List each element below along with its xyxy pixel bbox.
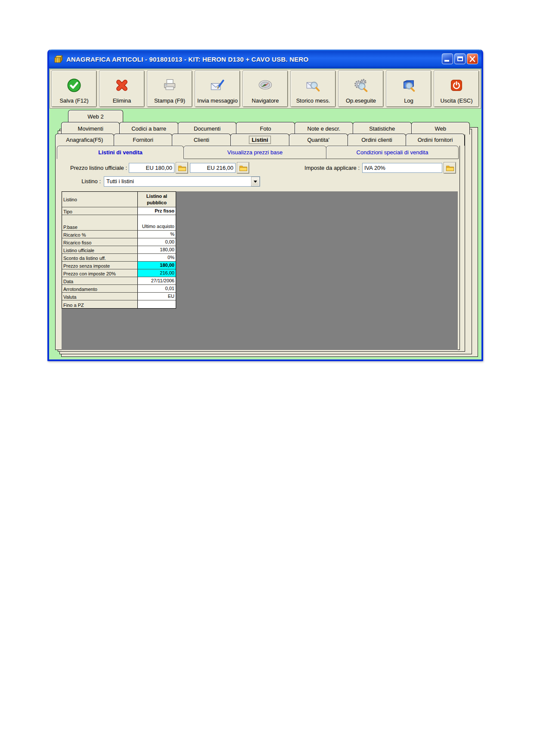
imposte-input[interactable]: IVA 20% [362,163,442,173]
tab-label: Listini [249,136,270,144]
tab-label: Statistiche [369,125,395,132]
tab-label: Quantita' [307,137,329,143]
tab-codici-a-barre[interactable]: Codici a barre [119,122,178,134]
row-value: Prz fisso [138,207,176,215]
table-row[interactable]: Tipo Prz fisso [62,207,176,215]
window-content: Salva (F12) Elimina Invia messaggio Stam… [49,69,481,359]
tab-fornitori[interactable]: Fornitori [114,134,173,146]
tab-quantita[interactable]: Quantita' [289,134,348,146]
tab-movimenti[interactable]: Movimenti [61,122,120,134]
minimize-icon [444,60,449,62]
table-background: Listino Listino al pubblico Tipo Prz fis… [62,191,458,350]
subtab-row: Listini di vendita Visualizza prezzi bas… [57,146,459,159]
table-row-highlighted[interactable]: Prezzo senza imposte 180,00 [62,262,176,269]
subtab-label: Listini di vendita [98,149,143,156]
prezzo-listino-input-1[interactable]: EU 180,00 [129,163,174,173]
table-row[interactable]: Ricarico % % [62,231,176,238]
row-value: 0,00 [138,238,176,246]
tab-web2[interactable]: Web 2 [68,110,123,123]
row-value: 216,00 [138,269,176,277]
tab-label: Foto [260,125,271,132]
tab-web[interactable]: Web [411,122,470,134]
tab-documenti[interactable]: Documenti [178,122,236,134]
subtab-label: Condizioni speciali di vendita [357,149,428,156]
tab-note-e-descr[interactable]: Note e descr. [295,122,353,134]
chevron-down-icon[interactable] [251,177,259,186]
row-label: Valuta [62,293,138,300]
elimina-button[interactable]: Elimina [99,71,144,107]
listino-table: Listino Listino al pubblico Tipo Prz fis… [62,191,176,309]
row-label: Fino a PZ [62,300,138,308]
row-value: 0% [138,254,176,261]
table-row[interactable]: P.base Ultimo acquisto [62,215,176,231]
tab-label: Codici a barre [131,125,166,132]
tab-statistiche[interactable]: Statistiche [353,122,411,134]
log-button[interactable]: Log [386,71,431,107]
tab-label: Ordini clienti [361,137,392,143]
row-value: 180,00 [138,262,176,269]
table-row[interactable]: Fino a PZ [62,300,176,308]
app-window: ANAGRAFICA ARTICOLI - 901801013 - KIT: H… [47,50,483,361]
save-check-icon [66,72,82,98]
tab-foto[interactable]: Foto [236,122,295,134]
listino-combobox[interactable]: Tutti i listini [104,176,260,187]
header-cell: Listino al pubblico [138,192,176,207]
uscita-button[interactable]: Uscita (ESC) [434,71,479,107]
subtab-condizioni-speciali[interactable]: Condizioni speciali di vendita [326,146,459,159]
row-value: EU [138,293,176,300]
row-value: Ultimo acquisto [138,215,176,230]
invia-messaggio-button[interactable]: Invia messaggio [195,71,240,107]
tab-row-middle: Movimenti Codici a barre Documenti Foto … [61,122,469,134]
gears-magnifier-icon [353,72,369,98]
table-row[interactable]: Data 27/11/2006 [62,277,176,285]
prezzo-folder-button-2[interactable] [237,162,249,173]
operazioni-eseguite-button[interactable]: Op.eseguite [338,71,383,107]
tab-label: Fornitori [133,137,153,143]
navigatore-button[interactable]: Navigatore [243,71,288,107]
tab-listini-active[interactable]: Listini [230,134,289,146]
table-row-highlighted[interactable]: Prezzo con imposte 20% 216,00 [62,269,176,277]
tab-ordini-fornitori[interactable]: Ordini fornitori [406,134,465,146]
row-label: P.base [62,215,138,230]
book-magnifier-icon [401,72,416,98]
table-row[interactable]: Listino ufficiale 180,00 [62,246,176,254]
subtab-visualizza-prezzi-base[interactable]: Visualizza prezzi base [183,146,326,159]
prezzo-listino-input-2[interactable]: EU 216,00 [190,163,236,173]
tab-ordini-clienti[interactable]: Ordini clienti [348,134,407,146]
stampa-button[interactable]: Invia messaggio Stampa (F9) [147,71,192,107]
maximize-button[interactable] [454,53,466,64]
table-header-row: Listino Listino al pubblico [62,192,176,207]
row-label: Data [62,277,138,284]
tab-anagrafica[interactable]: Anagrafica(F5) [55,134,114,146]
tab-label: Clienti [194,137,209,143]
minimize-button[interactable] [442,53,453,64]
close-button[interactable] [467,53,478,64]
salva-button[interactable]: Salva (F12) [52,71,96,107]
table-row[interactable]: Arrotondamento 0,01 [62,285,176,293]
toolbar-button-label: Uscita (ESC) [440,98,472,105]
table-row[interactable]: Sconto da listino uff. 0% [62,254,176,262]
compass-icon [258,72,273,98]
toolbar-button-label: Navigatore [252,98,279,105]
subtab-listini-di-vendita[interactable]: Listini di vendita [57,146,184,159]
table-row[interactable]: Ricarico fisso 0,00 [62,238,176,246]
title-bar[interactable]: ANAGRAFICA ARTICOLI - 901801013 - KIT: H… [49,50,481,69]
table-row[interactable]: Valuta EU [62,293,176,300]
maximize-icon [457,56,463,61]
toolbar-button-label: Stampa (F9) [154,98,185,105]
prezzo-folder-button-1[interactable] [176,162,188,173]
tab-label: Ordini fornitori [418,137,453,143]
imposte-folder-button[interactable] [444,162,456,173]
page-background: ANAGRAFICA ARTICOLI - 901801013 - KIT: H… [0,0,534,756]
header-cell: Listino [62,192,138,207]
tab-clienti[interactable]: Clienti [172,134,231,146]
printer-icon [162,72,177,98]
tab-label: Web [435,125,446,132]
storico-messaggi-button[interactable]: Storico mess. [291,71,335,107]
row-label: Prezzo con imposte 20% [62,269,138,277]
tab-label: Documenti [194,125,220,132]
toolbar-button-label: Elimina [113,98,131,105]
power-icon [449,72,464,98]
close-icon [467,54,478,64]
envelope-pen-icon [210,72,225,98]
